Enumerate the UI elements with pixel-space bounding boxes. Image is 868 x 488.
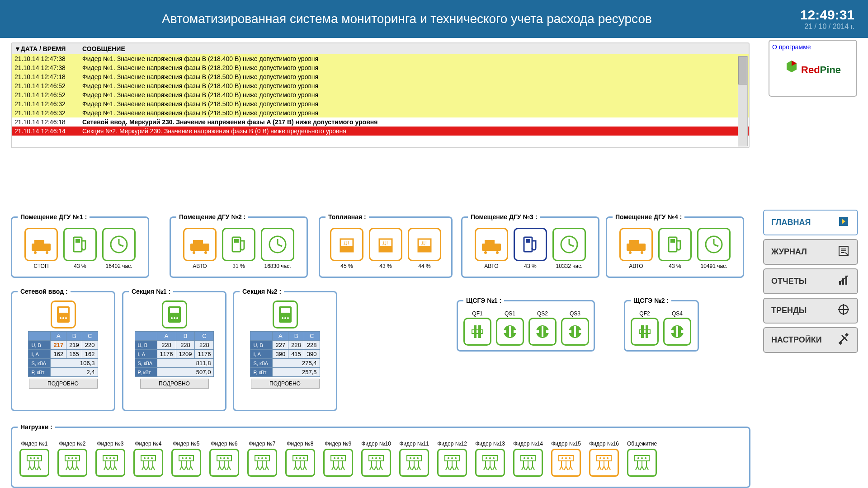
svg-point-93 (106, 457, 108, 459)
load-item[interactable]: Фидер №4 (133, 441, 163, 477)
load-item[interactable]: Фидер №7 (247, 441, 277, 477)
load-icon (57, 449, 87, 477)
svg-point-149 (637, 457, 639, 459)
svg-point-13 (193, 251, 195, 254)
load-item[interactable]: Фидер №6 (209, 441, 239, 477)
svg-point-86 (33, 457, 35, 459)
nav-home-button[interactable]: ГЛАВНАЯ (763, 210, 858, 235)
switch-icon[interactable] (528, 318, 557, 346)
log-dt: 21.10.14 12:46:14 (14, 127, 82, 135)
switch-icon[interactable] (496, 318, 524, 346)
load-item[interactable]: Фидер №9 (323, 441, 353, 477)
load-item[interactable]: Фидер №10 (361, 441, 391, 477)
switch-panel[interactable]: ЩСГЭ №1 :QF1QS1QS2QS3 (457, 300, 595, 352)
svg-text:ДТ: ДТ (383, 240, 389, 245)
svg-rect-11 (190, 244, 209, 251)
log-row[interactable]: 21.10.14 12:46:18Сетевой ввод. Меркурий … (12, 117, 749, 127)
svg-rect-64 (472, 330, 483, 333)
svg-point-101 (182, 457, 184, 459)
log-scrollbar[interactable] (738, 56, 748, 146)
log-col-datetime[interactable]: ДАТА / ВРЕМЯ (21, 45, 66, 52)
load-icon (437, 449, 467, 477)
log-row[interactable]: 21.10.14 12:47:18Фидер №1. Значение напр… (12, 72, 749, 81)
log-msg: Секция №2. Меркурий 230. Значение напряж… (82, 127, 746, 135)
load-icon (285, 449, 315, 477)
load-item[interactable]: Фидер №13 (475, 441, 505, 477)
power-panel[interactable]: Сетевой ввод :ABCU, В217219220I, А162165… (11, 291, 115, 411)
dgu-panel[interactable]: Помещение ДГУ №3 :АВТО43 %10332 час. (461, 216, 599, 278)
log-row[interactable]: 21.10.14 12:46:52Фидер №1. Значение напр… (12, 90, 749, 99)
journal-icon (837, 244, 850, 259)
load-label: Фидер №7 (247, 441, 277, 447)
nav-settings-button[interactable]: НАСТРОЙКИ (763, 327, 858, 353)
load-item[interactable]: Фидер №16 (589, 441, 619, 477)
load-item[interactable]: Фидер №1 (19, 441, 49, 477)
svg-rect-58 (281, 308, 290, 313)
svg-rect-72 (542, 326, 543, 337)
load-item[interactable]: Фидер №3 (95, 441, 125, 477)
svg-point-151 (645, 457, 646, 459)
dgu-panel[interactable]: Помещение ДГУ №4 :АВТО43 %10491 час. (606, 216, 744, 278)
log-col-message[interactable]: СООБЩЕНИЕ (82, 45, 746, 52)
switch-icon[interactable] (561, 318, 589, 346)
load-item[interactable]: Фидер №14 (513, 441, 543, 477)
power-panel[interactable]: Секция №2 :ABCU, В227228228I, А390415390… (233, 291, 337, 411)
load-item[interactable]: Общежитие (627, 441, 657, 477)
svg-point-97 (144, 457, 146, 459)
nav-trends-button[interactable]: ТРЕНДЫ (763, 298, 858, 324)
switch-icon[interactable] (463, 318, 491, 346)
switch-icon[interactable] (631, 318, 659, 346)
log-panel: ▼ДАТА / ВРЕМЯ СООБЩЕНИЕ 21.10.14 12:47:3… (11, 42, 750, 148)
log-row[interactable]: 21.10.14 12:47:38Фидер №1. Значение напр… (12, 54, 749, 63)
load-item[interactable]: Фидер №5 (171, 441, 201, 477)
load-item[interactable]: Фидер №15 (551, 441, 581, 477)
switch-panel[interactable]: ЩСГЭ №2 :QF2QS4 (624, 300, 699, 352)
load-label: Фидер №4 (133, 441, 163, 447)
nav-journal-button[interactable]: ЖУРНАЛ (763, 239, 858, 265)
log-row[interactable]: 21.10.14 12:46:52Фидер №1. Значение напр… (12, 81, 749, 90)
load-item[interactable]: Фидер №12 (437, 441, 467, 477)
load-item[interactable]: Фидер №2 (57, 441, 87, 477)
log-row[interactable]: 21.10.14 12:46:32Фидер №1. Значение напр… (12, 99, 749, 108)
col-header: A (273, 332, 288, 341)
load-item[interactable]: Фидер №8 (285, 441, 315, 477)
svg-point-32 (496, 251, 499, 254)
log-row[interactable]: 21.10.14 12:47:38Фидер №1. Значение напр… (12, 63, 749, 72)
logo: RedPine (772, 60, 854, 76)
log-row[interactable]: 21.10.14 12:46:32Фидер №1. Значение напр… (12, 108, 749, 117)
scrollbar-thumb[interactable] (738, 56, 747, 84)
svg-point-141 (561, 457, 563, 459)
detail-button[interactable]: ПОДРОБНО (140, 379, 209, 389)
log-dt: 21.10.14 12:46:32 (14, 100, 82, 108)
nav-label: НАСТРОЙКИ (771, 335, 822, 345)
svg-point-123 (379, 457, 381, 459)
log-row[interactable]: 21.10.14 12:46:14Секция №2. Меркурий 230… (12, 127, 749, 136)
nav-label: ОТЧЕТЫ (771, 277, 807, 286)
fuel-icon (514, 228, 547, 261)
detail-button[interactable]: ПОДРОБНО (251, 379, 320, 389)
clock-icon (261, 228, 294, 261)
power-panel[interactable]: Секция №1 :ABCU, В228228228I, А117612091… (122, 291, 226, 411)
cell: 162 (82, 350, 98, 359)
row-header: U, В (135, 341, 157, 350)
svg-point-40 (629, 251, 632, 254)
svg-point-103 (189, 457, 191, 459)
detail-button[interactable]: ПОДРОБНО (29, 379, 98, 389)
dgu-panel[interactable]: Помещение ДГУ №1 :СТОП43 %16402 час. (11, 216, 149, 278)
logo-text-pine: Pine (820, 64, 841, 75)
svg-point-90 (71, 457, 73, 459)
log-msg: Фидер №1. Значение напряжения фазы B (21… (82, 91, 746, 99)
dgu-panel[interactable]: Топливная :ДТ45 %ДТ43 %ДТ44 % (319, 216, 453, 278)
load-label: Фидер №6 (209, 441, 239, 447)
hours-label: 16830 час. (261, 263, 294, 269)
load-item[interactable]: Фидер №11 (399, 441, 429, 477)
about-link[interactable]: О программе (772, 43, 811, 51)
nav-reports-button[interactable]: ОТЧЕТЫ (763, 268, 858, 294)
svg-point-107 (227, 457, 229, 459)
svg-rect-63 (478, 325, 481, 338)
fuel-icon (63, 228, 97, 261)
switch-icon[interactable] (663, 318, 691, 346)
fuel-label: 43 % (658, 263, 692, 269)
nav-label: ЖУРНАЛ (771, 247, 807, 257)
dgu-panel[interactable]: Помещение ДГУ №2 :АВТО31 %16830 час. (170, 216, 308, 278)
